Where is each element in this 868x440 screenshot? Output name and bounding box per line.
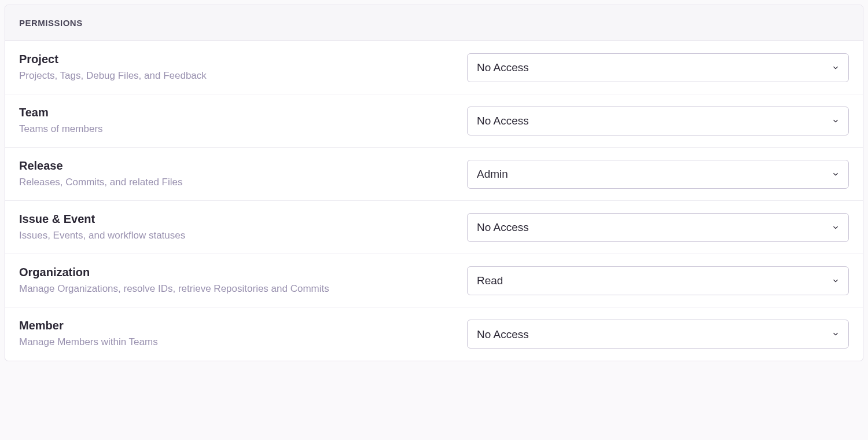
permission-control: No AccessReadAdmin — [467, 107, 849, 135]
permission-row-team: TeamTeams of membersNo AccessReadAdmin — [5, 94, 863, 148]
permission-title: Organization — [19, 266, 453, 279]
permission-rows: ProjectProjects, Tags, Debug Files, and … — [5, 41, 863, 361]
permission-control: No AccessReadAdmin — [467, 160, 849, 189]
select-wrap: No AccessReadAdmin — [467, 320, 849, 349]
permission-label: ReleaseReleases, Commits, and related Fi… — [19, 159, 453, 189]
permission-description: Manage Members within Teams — [19, 336, 453, 349]
permission-title: Member — [19, 319, 453, 332]
select-wrap: No AccessReadAdmin — [467, 160, 849, 189]
permission-description: Manage Organizations, resolve IDs, retri… — [19, 283, 453, 295]
permission-select-release[interactable]: No AccessReadAdmin — [467, 160, 849, 189]
permission-select-member[interactable]: No AccessReadAdmin — [467, 320, 849, 349]
permission-description: Issues, Events, and workflow statuses — [19, 229, 453, 242]
permission-row-organization: OrganizationManage Organizations, resolv… — [5, 254, 863, 307]
permission-select-team[interactable]: No AccessReadAdmin — [467, 107, 849, 135]
permission-label: Issue & EventIssues, Events, and workflo… — [19, 212, 453, 242]
panel-header: PERMISSIONS — [5, 5, 863, 41]
permission-description: Projects, Tags, Debug Files, and Feedbac… — [19, 69, 453, 82]
select-wrap: No AccessReadAdmin — [467, 213, 849, 242]
permission-control: No AccessReadAdmin — [467, 53, 849, 82]
select-wrap: No AccessReadAdmin — [467, 107, 849, 135]
permission-description: Teams of members — [19, 123, 453, 135]
select-wrap: No AccessReadAdmin — [467, 266, 849, 295]
permission-row-project: ProjectProjects, Tags, Debug Files, and … — [5, 41, 863, 94]
permission-control: No AccessReadAdmin — [467, 266, 849, 295]
permission-label: TeamTeams of members — [19, 106, 453, 135]
permission-label: ProjectProjects, Tags, Debug Files, and … — [19, 53, 453, 82]
permission-row-release: ReleaseReleases, Commits, and related Fi… — [5, 148, 863, 201]
permission-select-project[interactable]: No AccessReadAdmin — [467, 53, 849, 82]
permission-control: No AccessReadAdmin — [467, 320, 849, 349]
permission-title: Team — [19, 106, 453, 119]
permission-label: MemberManage Members within Teams — [19, 319, 453, 349]
permission-description: Releases, Commits, and related Files — [19, 176, 453, 189]
permission-row-member: MemberManage Members within TeamsNo Acce… — [5, 307, 863, 360]
permission-title: Issue & Event — [19, 212, 453, 226]
panel-title: PERMISSIONS — [19, 18, 849, 28]
permissions-panel: PERMISSIONS ProjectProjects, Tags, Debug… — [5, 5, 863, 361]
permission-control: No AccessReadAdmin — [467, 213, 849, 242]
permission-select-issue-event[interactable]: No AccessReadAdmin — [467, 213, 849, 242]
permission-title: Release — [19, 159, 453, 173]
permission-select-organization[interactable]: No AccessReadAdmin — [467, 266, 849, 295]
permission-title: Project — [19, 53, 453, 66]
permission-row-issue-event: Issue & EventIssues, Events, and workflo… — [5, 201, 863, 254]
select-wrap: No AccessReadAdmin — [467, 53, 849, 82]
permission-label: OrganizationManage Organizations, resolv… — [19, 266, 453, 295]
